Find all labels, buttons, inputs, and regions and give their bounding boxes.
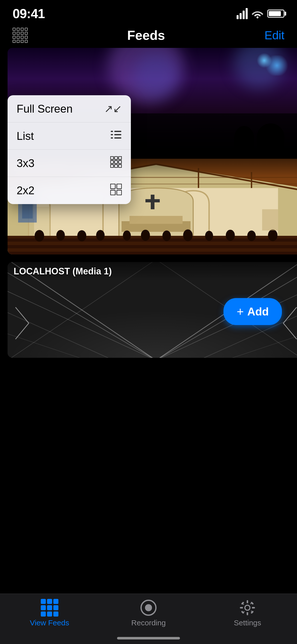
2x2-label: 2x2 [17,184,34,197]
svg-rect-4 [114,137,121,139]
edit-button[interactable]: Edit [265,28,284,42]
svg-rect-7 [115,156,118,159]
status-bar: 09:41 [0,0,297,23]
svg-rect-16 [117,184,122,189]
svg-point-51 [247,231,256,241]
svg-point-44 [96,230,105,241]
menu-item-2x2[interactable]: 2x2 [8,177,131,204]
tab-bar: View Feeds Recording [0,594,297,644]
svg-rect-53 [262,209,278,231]
svg-rect-5 [111,137,113,139]
view-feeds-label: View Feeds [30,619,69,627]
svg-rect-32 [145,199,160,203]
full-screen-label: Full Screen [17,103,73,115]
svg-point-69 [245,605,250,610]
add-icon: + [237,305,244,318]
menu-item-list[interactable]: List [8,122,131,150]
svg-point-48 [183,230,193,241]
tab-recording[interactable]: Recording [123,599,174,627]
svg-rect-9 [110,160,114,164]
svg-rect-12 [110,165,114,168]
home-indicator [117,637,180,639]
list-label: List [17,130,34,142]
svg-rect-18 [117,190,122,195]
svg-rect-15 [110,184,115,189]
svg-rect-11 [119,160,122,164]
svg-point-47 [162,231,171,241]
svg-point-42 [56,230,65,241]
svg-point-49 [205,231,213,241]
battery-icon [267,10,284,18]
svg-rect-70 [247,600,248,603]
svg-rect-72 [240,607,243,608]
svg-rect-17 [110,190,115,195]
recording-label: Recording [131,619,166,627]
svg-point-41 [34,230,44,242]
settings-icon [239,599,256,617]
feed-3-label: LOCALHOST (Media 1) [8,262,297,281]
svg-rect-2 [114,134,121,135]
3x3-icon [110,156,122,170]
signal-icon [237,8,248,19]
settings-label: Settings [234,619,261,627]
svg-rect-3 [111,134,113,135]
grid-menu-icon[interactable] [13,28,28,43]
svg-rect-36 [130,216,183,224]
svg-point-50 [226,230,235,241]
menu-item-full-screen[interactable]: Full Screen ↗↙ [8,95,131,122]
svg-rect-14 [119,165,122,168]
svg-point-46 [141,230,150,241]
svg-point-52 [268,230,278,241]
view-feeds-icon [41,599,58,617]
recording-icon [140,599,157,617]
svg-rect-73 [252,607,255,608]
wifi-icon [251,9,264,18]
svg-rect-71 [247,612,248,615]
svg-rect-0 [114,131,121,132]
svg-rect-39 [8,245,297,248]
svg-rect-13 [115,165,118,168]
status-icons [237,8,284,19]
2x2-icon [110,184,122,198]
svg-rect-40 [8,252,297,254]
add-label: Add [247,305,269,318]
svg-point-45 [123,231,131,241]
nav-bar: Feeds Edit [0,23,297,48]
menu-item-3x3[interactable]: 3x3 [8,150,131,177]
list-icon [111,130,122,142]
svg-point-43 [77,230,86,241]
3x3-label: 3x3 [17,157,34,170]
svg-rect-10 [115,160,118,164]
dropdown-menu: Full Screen ↗↙ List 3x3 [8,95,131,204]
add-button[interactable]: + Add [224,298,282,325]
tab-view-feeds[interactable]: View Feeds [24,599,75,627]
content-area: Full Screen ↗↙ List 3x3 [0,48,297,358]
status-time: 09:41 [13,6,45,21]
page-title: Feeds [127,28,165,43]
svg-rect-6 [110,156,114,159]
svg-rect-1 [111,131,113,132]
tab-settings[interactable]: Settings [222,599,273,627]
svg-rect-8 [119,156,122,159]
full-screen-icon: ↗↙ [104,103,122,115]
